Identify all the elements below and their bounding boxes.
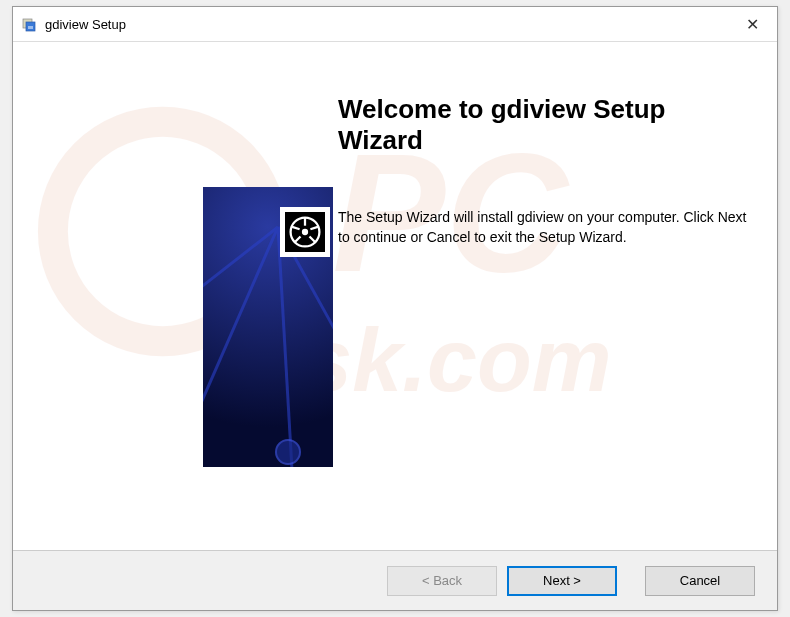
wizard-heading: Welcome to gdiview Setup Wizard xyxy=(338,94,738,156)
svg-point-13 xyxy=(276,440,300,464)
titlebar: gdiview Setup ✕ xyxy=(13,7,777,42)
wizard-body-text: The Setup Wizard will install gdiview on… xyxy=(338,207,748,248)
disc-icon xyxy=(285,212,325,252)
installer-window: gdiview Setup ✕ PC risk.com Welcome to g… xyxy=(12,6,778,611)
svg-line-20 xyxy=(310,227,318,230)
svg-line-17 xyxy=(292,227,300,230)
close-button[interactable]: ✕ xyxy=(727,7,777,42)
svg-point-15 xyxy=(302,229,308,235)
wizard-logo-box xyxy=(280,207,330,257)
svg-rect-2 xyxy=(28,26,33,29)
installer-icon xyxy=(21,16,37,32)
window-title: gdiview Setup xyxy=(45,17,126,32)
content-area: PC risk.com Welcome to gdiview Setup Wiz… xyxy=(13,42,777,550)
svg-line-19 xyxy=(310,237,316,243)
back-button: < Back xyxy=(387,566,497,596)
cancel-button[interactable]: Cancel xyxy=(645,566,755,596)
close-icon: ✕ xyxy=(746,15,759,34)
svg-line-18 xyxy=(294,237,300,243)
next-button[interactable]: Next > xyxy=(507,566,617,596)
button-bar: < Back Next > Cancel xyxy=(13,550,777,610)
